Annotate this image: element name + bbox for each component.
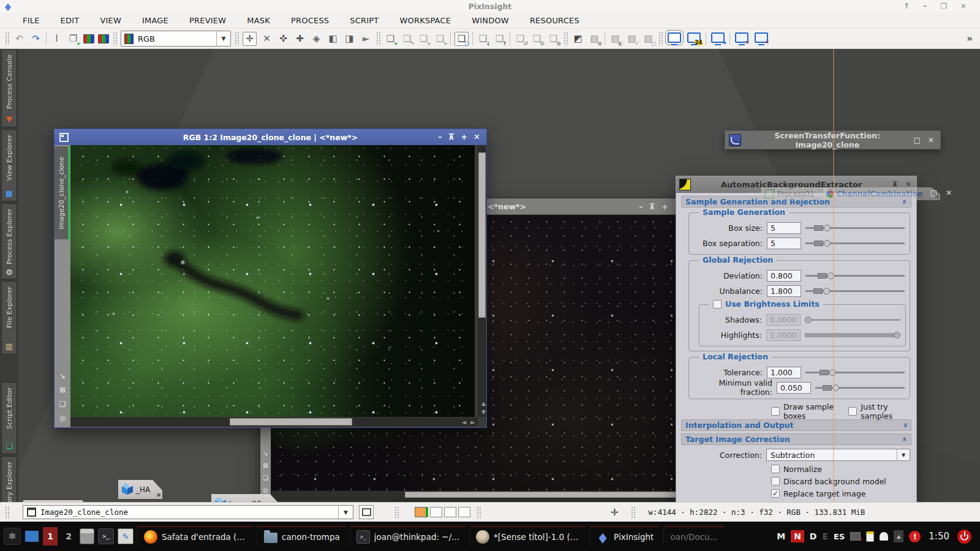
- scroll-down-icon[interactable]: ▼: [481, 409, 486, 415]
- save-image-icon[interactable]: ❏↓: [477, 32, 489, 45]
- center-icon[interactable]: ◎: [59, 414, 66, 422]
- stf-restore-button[interactable]: □: [914, 136, 921, 144]
- sidebar-tab-history-explorer[interactable]: History Explorer◔: [1, 456, 17, 502]
- tray-indicator-m[interactable]: M: [777, 531, 785, 541]
- show-desktop-icon[interactable]: [24, 530, 39, 542]
- color-swatch[interactable]: [415, 507, 428, 517]
- iconized-close-button[interactable]: ✕: [946, 189, 952, 197]
- drag-handle-4[interactable]: [631, 506, 635, 519]
- remove-mask-icon[interactable]: ▨⊗: [588, 32, 601, 45]
- optimal-zoom-icon[interactable]: ◈: [310, 32, 323, 45]
- menu-preview[interactable]: PREVIEW: [179, 16, 236, 25]
- revert-image-icon[interactable]: ❏↺: [514, 32, 527, 45]
- undo-icon[interactable]: ↶: [13, 32, 26, 45]
- expand-section-icon[interactable]: «: [900, 422, 909, 427]
- main-close-button[interactable]: ✕: [473, 133, 480, 141]
- tray-indicator-n[interactable]: N: [791, 530, 804, 542]
- box-size-input[interactable]: 5: [767, 222, 801, 234]
- sidebar-tab-process-console[interactable]: Process Console▼: [1, 49, 17, 127]
- edit-identifier-icon[interactable]: I: [50, 32, 63, 45]
- window-titlebar[interactable]: ◆ PixInsight ↑ – ❐ ✕: [0, 0, 980, 13]
- main-zoom-button[interactable]: +: [461, 133, 467, 141]
- iconized-window-buttons[interactable]: □ ✕: [930, 189, 952, 197]
- stf-enabled-icon[interactable]: [668, 32, 681, 43]
- menu-edit[interactable]: EDIT: [50, 16, 90, 25]
- menu-workspace[interactable]: WORKSPACE: [389, 16, 461, 25]
- main-window-titlebar[interactable]: RGB 1:2 Image20_clone_clone | <*new*> – …: [55, 129, 486, 145]
- select-mode-icon[interactable]: ►: [360, 32, 372, 45]
- workspace-button-2[interactable]: 2: [61, 527, 76, 545]
- just-try-samples-checkbox[interactable]: [848, 407, 857, 416]
- drag-handle-2[interactable]: [394, 506, 399, 519]
- view-selector-tab[interactable]: Image20_clone_clone: [55, 146, 70, 239]
- use-brightness-limits-checkbox[interactable]: [713, 300, 722, 309]
- extract-channels-icon[interactable]: [98, 34, 109, 43]
- min-valid-fraction-input[interactable]: 0.050: [777, 382, 811, 394]
- chevron-down-icon[interactable]: ▼: [216, 31, 230, 46]
- window-restore-button[interactable]: ❐: [940, 2, 947, 10]
- toolbar-drag-handle[interactable]: [564, 32, 568, 45]
- main-minimize-button[interactable]: –: [438, 133, 442, 141]
- menu-image[interactable]: IMAGE: [132, 16, 179, 25]
- second-shade-button[interactable]: ⊼: [649, 203, 656, 211]
- toolbar-drag-handle[interactable]: [376, 32, 380, 45]
- second-zoom-button[interactable]: +: [662, 203, 668, 211]
- task-oan-docu-[interactable]: oan/Docu...: [663, 526, 723, 547]
- hscroll-buttons[interactable]: ◄ ►: [462, 419, 475, 425]
- stf-close-button[interactable]: ✕: [928, 136, 934, 144]
- tray-indicator-d[interactable]: D: [810, 531, 817, 541]
- main-image-canvas[interactable]: [70, 145, 475, 417]
- new-window-icon[interactable]: ❐+: [67, 32, 80, 45]
- delete-image-icon[interactable]: ❏⊗: [547, 32, 560, 45]
- main-shade-button[interactable]: ⊼: [448, 133, 455, 141]
- sidebar-tab-script-editor[interactable]: Script Editor❏: [1, 382, 17, 454]
- chevron-down-icon[interactable]: ▼: [897, 449, 910, 460]
- scroll-left-icon[interactable]: ◄: [462, 419, 467, 425]
- center-view-icon[interactable]: ✚: [293, 32, 306, 45]
- sidebar-tab-view-explorer[interactable]: View Explorer■: [1, 129, 17, 201]
- draw-sample-boxes-checkbox[interactable]: [771, 407, 780, 416]
- show-mask-icon[interactable]: ▨○: [642, 32, 655, 45]
- new-image-icon[interactable]: ❏+: [384, 32, 397, 45]
- alert-tray-icon[interactable]: !: [909, 531, 921, 542]
- pan-icon[interactable]: ↘: [263, 450, 268, 457]
- editor-launcher-icon[interactable]: ✎: [118, 528, 134, 544]
- zoom-fit-icon[interactable]: ⊠: [263, 462, 268, 469]
- main-horizontal-scrollbar[interactable]: [70, 418, 478, 426]
- select-image-icon[interactable]: ❏○: [454, 32, 469, 46]
- task-safata-d-entrada-3-[interactable]: Safata d'entrada (3...: [137, 526, 254, 547]
- min-valid-fraction-slider[interactable]: [815, 382, 906, 393]
- abe-shade-button[interactable]: ⊼: [892, 180, 898, 189]
- swatch-slot-3[interactable]: [458, 507, 470, 517]
- new-mask-icon[interactable]: ◩: [571, 32, 584, 45]
- abe-close-button[interactable]: ✕: [905, 180, 911, 189]
- abe-dialog[interactable]: AutomaticBackgroundExtractor ⊼ ✕ Sample …: [676, 176, 917, 502]
- deviation-slider[interactable]: [805, 270, 906, 281]
- shrink-view-icon[interactable]: ✜: [277, 32, 290, 45]
- main-vertical-scrollbar[interactable]: [478, 145, 486, 417]
- box-separation-input[interactable]: 5: [767, 238, 801, 249]
- discard-background-model-checkbox[interactable]: [771, 477, 780, 485]
- toolbar-drag-handle[interactable]: [5, 32, 9, 45]
- new-view-button[interactable]: [359, 505, 374, 519]
- zoom-fit-icon[interactable]: ⊠: [59, 386, 66, 394]
- main-hscroll-thumb[interactable]: [230, 418, 352, 425]
- desktop-icon-integration[interactable]: XISFintegrationN: [23, 500, 92, 502]
- track-view-icon[interactable]: ✛: [243, 32, 257, 46]
- edit-preview-icon[interactable]: ◨: [343, 32, 356, 45]
- stf-delete-icon[interactable]: ✕: [755, 32, 768, 43]
- duplicate-view-icon[interactable]: ❏: [263, 474, 268, 481]
- drag-handle-3[interactable]: [477, 506, 481, 519]
- rgb-channels-icon[interactable]: [83, 34, 94, 43]
- drag-handle[interactable]: [5, 506, 9, 519]
- iconized-restore-button[interactable]: □: [930, 189, 937, 197]
- menu-resources[interactable]: RESOURCES: [519, 16, 590, 25]
- edit-image-icon[interactable]: ❏✎: [401, 32, 413, 45]
- duplicate-view-icon[interactable]: ❏: [59, 400, 66, 408]
- workspace-button-1[interactable]: 1: [43, 527, 58, 545]
- load-image-icon[interactable]: ❏↑: [493, 32, 506, 45]
- view-selector-dropdown[interactable]: Image20_clone_clone ▼: [23, 505, 353, 519]
- box-size-slider[interactable]: [805, 222, 906, 233]
- channel-selector-dropdown[interactable]: RGB▼: [121, 31, 231, 47]
- scroll-up-icon[interactable]: ▲: [481, 400, 486, 407]
